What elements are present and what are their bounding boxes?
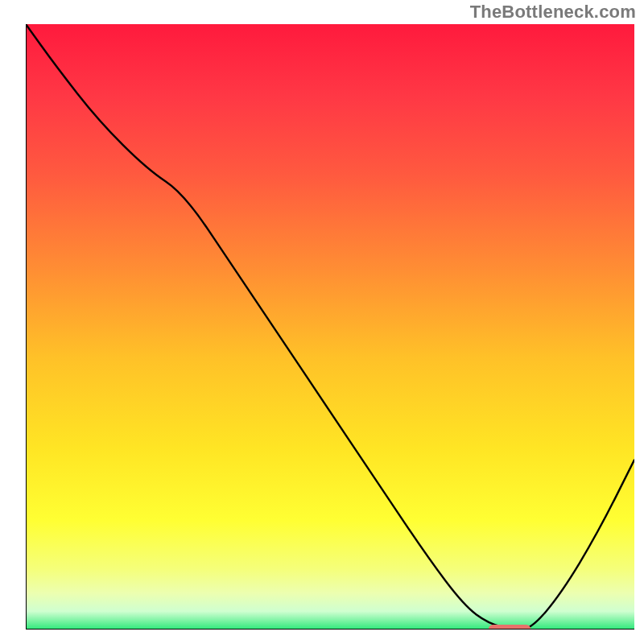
- gradient-background: [26, 24, 634, 630]
- watermark-label: TheBottleneck.com: [470, 2, 636, 23]
- chart-svg: [26, 24, 634, 630]
- bottleneck-chart: TheBottleneck.com: [0, 0, 644, 644]
- plot-area: [26, 24, 634, 630]
